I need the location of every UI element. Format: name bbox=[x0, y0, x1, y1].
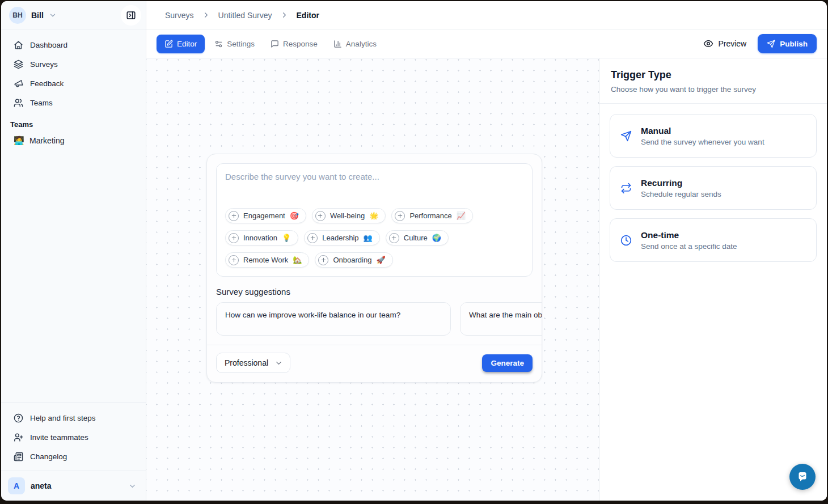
trigger-option-one-time[interactable]: One-time Send once at a specific date bbox=[610, 218, 817, 262]
plus-circle-icon[interactable] bbox=[315, 211, 326, 221]
tab-analytics[interactable]: Analytics bbox=[327, 35, 383, 53]
tone-value: Professional bbox=[225, 358, 268, 367]
sidebar-item-team-marketing[interactable]: 🧑‍💻 Marketing bbox=[8, 131, 139, 150]
chevron-right-icon bbox=[202, 11, 210, 19]
sidebar-item-label: Teams bbox=[30, 99, 53, 107]
sidebar-item-invite[interactable]: Invite teammates bbox=[8, 427, 139, 447]
tab-settings[interactable]: Settings bbox=[208, 35, 261, 53]
chip-label: Culture bbox=[404, 234, 428, 242]
chip-remote-work[interactable]: Remote Work 🏡 bbox=[225, 252, 309, 268]
plus-circle-icon[interactable] bbox=[229, 233, 239, 243]
send-icon bbox=[620, 130, 632, 142]
bar-chart-icon bbox=[333, 40, 342, 48]
user-plus-icon bbox=[14, 433, 23, 442]
panel-title: Trigger Type bbox=[611, 69, 816, 81]
sidebar-footer: Help and first steps Invite teammates Ch… bbox=[1, 402, 146, 471]
option-description: Send the survey whenever you want bbox=[641, 138, 764, 146]
sidebar-item-changelog[interactable]: Changelog bbox=[8, 447, 139, 466]
plus-circle-icon[interactable] bbox=[307, 233, 318, 243]
chevron-right-icon bbox=[280, 11, 289, 19]
content-area: Describe the survey you want to create..… bbox=[146, 58, 827, 501]
layers-icon bbox=[14, 60, 23, 69]
tab-label: Analytics bbox=[346, 40, 377, 48]
trigger-panel-header: Trigger Type Choose how you want to trig… bbox=[599, 58, 827, 104]
generate-button[interactable]: Generate bbox=[482, 354, 533, 372]
plus-circle-icon[interactable] bbox=[395, 211, 405, 221]
repeat-icon bbox=[620, 183, 632, 194]
prompt-placeholder: Describe the survey you want to create..… bbox=[225, 172, 523, 181]
megaphone-icon bbox=[14, 79, 23, 88]
chip-leadership[interactable]: Leadership 👥 bbox=[304, 230, 380, 245]
user-name: aneta bbox=[31, 481, 52, 490]
tab-editor[interactable]: Editor bbox=[157, 35, 205, 53]
rocket-emoji-icon: 🚀 bbox=[376, 256, 385, 264]
option-title: One-time bbox=[641, 230, 737, 240]
edit-pencil-icon bbox=[164, 40, 173, 48]
plus-circle-icon[interactable] bbox=[229, 255, 239, 265]
chip-onboarding[interactable]: Onboarding 🚀 bbox=[315, 252, 392, 268]
home-icon bbox=[14, 40, 23, 50]
sidebar-nav: Dashboard Surveys Feedback Teams bbox=[1, 29, 146, 112]
trigger-option-manual[interactable]: Manual Send the survey whenever you want bbox=[610, 114, 817, 158]
sidebar-item-dashboard[interactable]: Dashboard bbox=[8, 35, 139, 54]
chip-performance[interactable]: Performance 📈 bbox=[391, 208, 473, 223]
sidebar-item-label: Help and first steps bbox=[30, 414, 96, 422]
settings-sliders-icon bbox=[214, 40, 223, 48]
survey-canvas[interactable]: Describe the survey you want to create..… bbox=[146, 58, 599, 501]
trigger-option-text: Manual Send the survey whenever you want bbox=[641, 126, 764, 146]
plus-circle-icon[interactable] bbox=[389, 233, 399, 243]
chip-label: Onboarding bbox=[333, 256, 371, 264]
suggestion-card[interactable]: How can we improve work-life balance in … bbox=[216, 302, 451, 336]
chip-innovation[interactable]: Innovation 💡 bbox=[225, 230, 298, 245]
dart-emoji-icon: 🎯 bbox=[290, 211, 299, 220]
suggestions-row: How can we improve work-life balance in … bbox=[216, 302, 542, 336]
plus-circle-icon[interactable] bbox=[318, 255, 328, 265]
trigger-options: Manual Send the survey whenever you want… bbox=[599, 104, 827, 281]
publish-button[interactable]: Publish bbox=[758, 34, 817, 53]
panel-subtitle: Choose how you want to trigger the surve… bbox=[611, 85, 816, 94]
trigger-option-text: Recurring Schedule regular sends bbox=[641, 178, 721, 198]
preview-label: Preview bbox=[718, 39, 746, 48]
survey-prompt-input[interactable]: Describe the survey you want to create..… bbox=[216, 163, 533, 277]
user-menu[interactable]: A aneta bbox=[1, 471, 146, 501]
chip-label: Leadership bbox=[322, 234, 358, 242]
sidebar-item-label: Surveys bbox=[30, 60, 58, 69]
chart-emoji-icon: 📈 bbox=[457, 211, 466, 220]
composer-footer: Professional Generate bbox=[216, 345, 533, 373]
suggestion-card[interactable]: What are the main ob bbox=[460, 302, 542, 336]
house-emoji-icon: 🏡 bbox=[293, 256, 302, 264]
globe-emoji-icon: 🌍 bbox=[432, 234, 441, 242]
workspace-avatar[interactable]: BH bbox=[9, 7, 26, 24]
chevron-down-icon[interactable] bbox=[49, 11, 57, 19]
publish-label: Publish bbox=[780, 40, 808, 48]
chip-culture[interactable]: Culture 🌍 bbox=[386, 230, 449, 245]
workspace-name[interactable]: Bill bbox=[31, 11, 44, 20]
tab-label: Response bbox=[283, 40, 318, 48]
breadcrumb-survey-name[interactable]: Untitled Survey bbox=[218, 11, 272, 20]
chevron-down-icon bbox=[128, 482, 137, 490]
bulb-emoji-icon: 💡 bbox=[282, 234, 291, 242]
message-square-icon bbox=[271, 40, 279, 48]
trigger-option-recurring[interactable]: Recurring Schedule regular sends bbox=[610, 166, 817, 210]
preview-button[interactable]: Preview bbox=[703, 39, 746, 49]
chip-engagement[interactable]: Engagement 🎯 bbox=[225, 208, 306, 223]
sidebar-item-help[interactable]: Help and first steps bbox=[8, 408, 139, 427]
sidebar-item-teams[interactable]: Teams bbox=[8, 93, 139, 112]
sidebar-item-feedback[interactable]: Feedback bbox=[8, 74, 139, 93]
option-title: Manual bbox=[641, 126, 764, 136]
tab-response[interactable]: Response bbox=[264, 35, 324, 53]
sidebar-item-label: Invite teammates bbox=[30, 433, 88, 442]
chip-label: Well-being bbox=[330, 211, 365, 220]
chip-label: Innovation bbox=[243, 234, 277, 242]
sidebar: BH Bill Dashboard Surv bbox=[1, 1, 146, 501]
tone-select[interactable]: Professional bbox=[216, 353, 290, 373]
chip-well-being[interactable]: Well-being 🌟 bbox=[312, 208, 386, 223]
sidebar-item-label: Feedback bbox=[30, 79, 64, 88]
plus-circle-icon[interactable] bbox=[229, 211, 239, 221]
technologist-emoji-icon: 🧑‍💻 bbox=[14, 135, 24, 146]
help-circle-icon bbox=[14, 413, 23, 423]
chat-launcher-button[interactable] bbox=[789, 464, 816, 490]
sidebar-item-surveys[interactable]: Surveys bbox=[8, 54, 139, 74]
sidebar-collapse-button[interactable] bbox=[121, 5, 141, 26]
breadcrumb-surveys[interactable]: Surveys bbox=[165, 11, 194, 20]
